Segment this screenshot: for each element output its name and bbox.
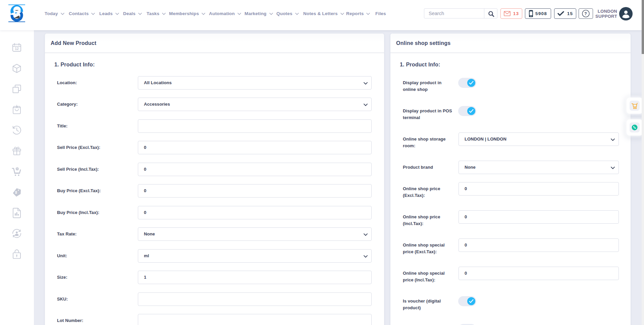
svg-text:12: 12 — [15, 47, 19, 51]
svg-text:?: ? — [584, 11, 587, 16]
